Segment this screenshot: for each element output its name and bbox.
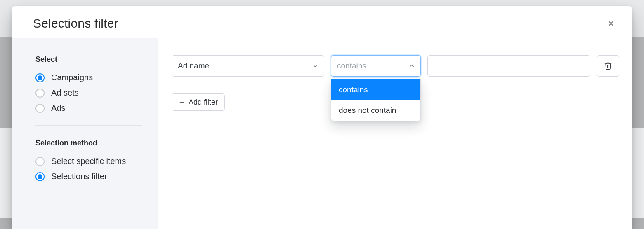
trash-icon — [604, 62, 612, 70]
select-section: Select Campaigns Ad sets Ads — [35, 55, 142, 113]
radio-indicator — [35, 104, 45, 113]
radio-label: Ads — [51, 103, 65, 113]
radio-indicator — [35, 172, 45, 181]
add-filter-button[interactable]: Add filter — [172, 93, 225, 111]
radio-ad-sets[interactable]: Ad sets — [35, 88, 142, 98]
radio-indicator — [35, 89, 45, 98]
radio-campaigns[interactable]: Campaigns — [35, 73, 142, 82]
field-select-value: Ad name — [178, 61, 209, 70]
radio-label: Ad sets — [51, 88, 79, 98]
value-input[interactable] — [427, 55, 590, 77]
sidebar: Select Campaigns Ad sets Ads — [12, 38, 158, 229]
operator-dropdown: contains does not contain — [331, 79, 421, 121]
radio-label: Select specific items — [51, 157, 126, 166]
operator-select[interactable]: contains — [331, 55, 421, 77]
sidebar-divider — [35, 125, 142, 126]
method-section-title: Selection method — [35, 139, 142, 147]
operator-select-placeholder: contains — [337, 61, 366, 70]
dropdown-item-label: contains — [339, 85, 368, 94]
radio-specific-items[interactable]: Select specific items — [35, 157, 142, 166]
modal-header: Selections filter — [12, 6, 632, 38]
method-section: Selection method Select specific items S… — [35, 139, 142, 181]
close-button[interactable] — [604, 17, 618, 30]
operator-option-contains[interactable]: contains — [331, 79, 420, 100]
select-section-title: Select — [35, 55, 142, 64]
modal-title: Selections filter — [33, 16, 118, 30]
operator-option-does-not-contain[interactable]: does not contain — [331, 100, 420, 121]
radio-ads[interactable]: Ads — [35, 103, 142, 113]
radio-selections-filter[interactable]: Selections filter — [35, 172, 142, 181]
modal-body: Select Campaigns Ad sets Ads — [12, 38, 632, 229]
close-icon — [607, 19, 615, 28]
chevron-down-icon — [311, 62, 319, 70]
delete-filter-button[interactable] — [597, 55, 619, 77]
select-radio-group: Campaigns Ad sets Ads — [35, 73, 142, 113]
selections-filter-modal: Selections filter Select Campaigns Ad se… — [12, 6, 632, 229]
method-radio-group: Select specific items Selections filter — [35, 157, 142, 181]
chevron-up-icon — [408, 62, 415, 70]
field-select[interactable]: Ad name — [172, 55, 324, 77]
dropdown-item-label: does not contain — [339, 106, 396, 114]
plus-icon — [179, 99, 185, 105]
radio-indicator — [35, 157, 45, 166]
filter-content: Ad name contains — [158, 38, 632, 229]
radio-indicator — [35, 73, 45, 82]
radio-label: Campaigns — [51, 73, 93, 82]
radio-label: Selections filter — [51, 172, 107, 181]
add-filter-label: Add filter — [189, 98, 218, 107]
